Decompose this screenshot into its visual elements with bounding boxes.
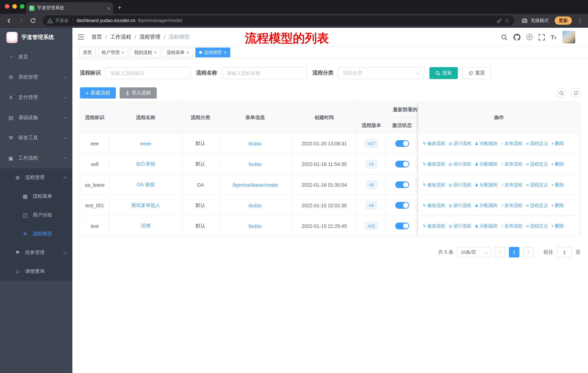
assign-rule-action-link[interactable]: ♟分配规则 (475, 161, 497, 167)
tags-view-tab-4[interactable]: 流程模型× (195, 48, 230, 57)
sidebar-item-2[interactable]: ¥支付管理 (0, 87, 72, 107)
publish-action-link[interactable]: ☝发布流程 (501, 202, 523, 209)
breadcrumb-workflow[interactable]: 工作流程 (110, 33, 131, 40)
close-window-button[interactable] (5, 4, 10, 9)
help-icon[interactable]: ? (526, 34, 532, 40)
assign-rule-action-link[interactable]: ♟分配规则 (475, 202, 497, 209)
process-name-link[interactable]: 滔博 (141, 222, 151, 229)
prev-page-button[interactable] (495, 247, 505, 258)
definition-action-link[interactable]: ∞流程定义 (526, 181, 548, 188)
active-toggle[interactable] (395, 222, 409, 229)
next-page-button[interactable] (523, 247, 534, 258)
design-action-link[interactable]: ◎设计流程 (449, 223, 471, 229)
goto-page-input[interactable] (557, 247, 572, 258)
delete-action-link[interactable]: ×删除 (551, 181, 564, 188)
reset-button[interactable]: 重置 (462, 67, 491, 79)
fullscreen-icon[interactable] (538, 34, 545, 40)
edit-action-link[interactable]: ✎修改流程 (423, 202, 445, 209)
assign-rule-action-link[interactable]: ♟分配规则 (475, 181, 497, 188)
process-name-input[interactable] (222, 67, 307, 79)
process-name-link[interactable]: OA 请假 (137, 181, 155, 188)
edit-action-link[interactable]: ✎修改流程 (423, 140, 445, 147)
process-id-input[interactable] (105, 67, 191, 79)
category-select[interactable]: 流程分类 (338, 67, 424, 79)
publish-action-link[interactable]: ☝发布流程 (501, 181, 523, 188)
form-info-link[interactable]: biubiu (249, 202, 262, 208)
sidebar-item-8[interactable]: ◫用户分组 (0, 206, 72, 225)
definition-action-link[interactable]: ∞流程定义 (526, 161, 548, 167)
sidebar-item-11[interactable]: ☺请假查询 (0, 262, 72, 281)
edit-action-link[interactable]: ✎修改流程 (423, 161, 445, 167)
publish-action-link[interactable]: ☝发布流程 (501, 140, 523, 147)
delete-action-link[interactable]: ×删除 (551, 202, 564, 209)
breadcrumb-home[interactable]: 首页 (92, 33, 102, 40)
bookmark-star-icon[interactable]: ☆ (504, 17, 510, 24)
browser-tab[interactable]: 芋道管理系统 × (26, 2, 113, 14)
tab-close-icon[interactable]: × (154, 50, 157, 55)
form-info-link[interactable]: biubiu (249, 141, 262, 146)
delete-action-link[interactable]: ×删除 (551, 223, 564, 229)
user-avatar[interactable] (562, 31, 575, 43)
delete-action-link[interactable]: ×删除 (551, 161, 564, 167)
design-action-link[interactable]: ◎设计流程 (449, 161, 471, 167)
new-tab-button[interactable]: + (118, 4, 121, 12)
update-button[interactable]: 更新 (555, 17, 572, 25)
active-toggle[interactable] (395, 140, 409, 147)
sidebar-item-1[interactable]: ⚙系统管理 (0, 67, 72, 87)
sidebar-item-7[interactable]: ▦流程表单 (0, 187, 72, 206)
sidebar-item-3[interactable]: ▤基础设施 (0, 107, 72, 128)
refresh-table-button[interactable] (571, 88, 580, 98)
forward-button[interactable] (16, 15, 26, 26)
tab-close-icon[interactable]: × (187, 50, 189, 55)
search-button[interactable]: 搜索 (430, 67, 458, 79)
edit-action-link[interactable]: ✎修改流程 (423, 181, 445, 188)
back-button[interactable] (4, 15, 14, 26)
tab-close-icon[interactable]: × (224, 50, 227, 55)
delete-action-link[interactable]: ×删除 (551, 140, 564, 147)
import-process-button[interactable]: 导入流程 (120, 87, 157, 99)
breadcrumb-process-management[interactable]: 流程管理 (139, 33, 160, 40)
process-name-link[interactable]: 测试多审批人 (131, 202, 160, 209)
definition-action-link[interactable]: ∞流程定义 (526, 202, 548, 209)
reload-button[interactable] (28, 15, 38, 26)
tags-view-tab-1[interactable]: 租户管理× (98, 48, 128, 57)
github-icon[interactable] (513, 33, 520, 40)
tab-close-icon[interactable]: × (122, 50, 125, 55)
font-size-icon[interactable]: TT (551, 34, 556, 40)
page-size-select[interactable]: 10条/页 (457, 247, 491, 258)
process-name-link[interactable]: 自己审批 (136, 161, 156, 168)
edit-action-link[interactable]: ✎修改流程 (423, 223, 445, 229)
active-toggle[interactable] (395, 181, 409, 188)
create-process-button[interactable]: + 新建流程 (80, 87, 116, 99)
definition-action-link[interactable]: ∞流程定义 (526, 140, 548, 147)
definition-action-link[interactable]: ∞流程定义 (526, 223, 548, 229)
design-action-link[interactable]: ◎设计流程 (449, 140, 471, 147)
form-info-link[interactable]: biubiu (249, 223, 262, 229)
tags-view-tab-3[interactable]: 流程表单× (163, 48, 193, 57)
active-toggle[interactable] (395, 161, 409, 168)
active-toggle[interactable] (395, 202, 409, 209)
sidebar-item-6[interactable]: ≣流程管理 (0, 168, 72, 187)
publish-action-link[interactable]: ☝发布流程 (501, 161, 523, 167)
design-action-link[interactable]: ◎设计流程 (449, 202, 471, 209)
assign-rule-action-link[interactable]: ♟分配规则 (475, 140, 497, 147)
url-bar[interactable]: 不安全 dashboard.yudao.iocoder.cn /bpm/mana… (43, 15, 514, 26)
form-info-link[interactable]: /bpm/oa/leave/create (232, 182, 278, 188)
minimize-window-button[interactable] (12, 4, 17, 9)
design-action-link[interactable]: ◎设计流程 (449, 181, 471, 188)
password-key-icon[interactable] (496, 18, 502, 24)
current-page[interactable]: 1 (509, 247, 519, 258)
collapse-sidebar-icon[interactable] (78, 34, 85, 40)
app-logo[interactable]: 芋道管理系统 (0, 28, 72, 47)
publish-action-link[interactable]: ☝发布流程 (501, 223, 523, 229)
sidebar-item-5[interactable]: ▣工作流程 (0, 148, 72, 168)
tags-view-tab-0[interactable]: 首页 (79, 48, 96, 57)
form-info-link[interactable]: biubiu (249, 161, 262, 167)
sidebar-item-9[interactable]: ✈流程模型 (0, 224, 72, 243)
sidebar-item-10[interactable]: ⚑任务管理 (0, 243, 72, 262)
process-name-link[interactable]: eeee (140, 141, 151, 146)
sidebar-item-4[interactable]: ⚒研发工具 (0, 128, 72, 148)
assign-rule-action-link[interactable]: ♟分配规则 (475, 223, 497, 229)
tab-close-icon[interactable]: × (107, 5, 110, 11)
toggle-search-button[interactable] (556, 88, 566, 98)
